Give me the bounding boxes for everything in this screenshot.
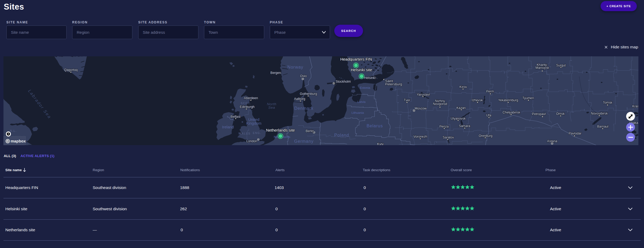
svg-text:Oslo: Oslo bbox=[300, 74, 307, 78]
svg-text:Aalborg: Aalborg bbox=[294, 97, 305, 101]
svg-text:Norway: Norway bbox=[287, 65, 303, 69]
svg-text:Penza: Penza bbox=[439, 125, 449, 128]
svg-text:Petersburg: Petersburg bbox=[385, 82, 402, 86]
svg-text:Latvia: Latvia bbox=[357, 100, 366, 103]
svg-text:Helsinki: Helsinki bbox=[364, 76, 376, 80]
svg-text:Sea: Sea bbox=[268, 106, 275, 110]
svg-text:ENG.: ENG. bbox=[253, 131, 261, 134]
svg-text:Kyiv: Kyiv bbox=[377, 142, 384, 145]
svg-text:Yaroslavl: Yaroslavl bbox=[417, 93, 430, 96]
svg-text:Voronezh: Voronezh bbox=[413, 135, 427, 138]
svg-text:Novosibirsk: Novosibirsk bbox=[591, 112, 608, 115]
svg-text:Netherlands site: Netherlands site bbox=[266, 128, 295, 132]
svg-text:Denmark: Denmark bbox=[294, 106, 313, 111]
svg-text:Helsinki site: Helsinki site bbox=[351, 68, 372, 72]
svg-text:Kazan: Kazan bbox=[456, 106, 466, 110]
svg-text:Belfast: Belfast bbox=[230, 115, 241, 119]
svg-text:Barnaul: Barnaul bbox=[597, 125, 608, 128]
svg-text:Chelyabinsk: Chelyabinsk bbox=[503, 111, 520, 114]
svg-text:Belarus: Belarus bbox=[366, 124, 383, 128]
svg-text:Krasn: Krasn bbox=[632, 104, 638, 108]
svg-text:WALES: WALES bbox=[239, 132, 251, 135]
svg-text:Perm: Perm bbox=[486, 90, 494, 93]
svg-text:Mansiysk: Mansiysk bbox=[536, 66, 549, 70]
svg-text:Estonia: Estonia bbox=[360, 86, 370, 89]
svg-text:Ulyanovsk: Ulyanovsk bbox=[451, 117, 466, 120]
svg-text:Surgut: Surgut bbox=[556, 64, 566, 67]
svg-text:N.L.: N.L. bbox=[10, 129, 17, 132]
svg-text:Aberdeen: Aberdeen bbox=[244, 96, 258, 100]
svg-text:Pavlodar: Pavlodar bbox=[569, 132, 581, 135]
svg-text:Kirov: Kirov bbox=[459, 85, 467, 89]
svg-text:Poland: Poland bbox=[334, 133, 349, 137]
svg-text:Novgorod: Novgorod bbox=[433, 102, 447, 106]
svg-text:Izhevsk: Izhevsk bbox=[472, 98, 483, 102]
svg-text:Samara: Samara bbox=[459, 124, 470, 128]
svg-text:Lithuania: Lithuania bbox=[352, 111, 364, 114]
svg-text:Gothenburg: Gothenburg bbox=[300, 92, 317, 96]
svg-text:Edinburgh: Edinburgh bbox=[240, 105, 255, 109]
svg-text:Saratov: Saratov bbox=[443, 136, 454, 139]
svg-text:Omsk: Omsk bbox=[556, 112, 565, 116]
svg-text:Tver: Tver bbox=[404, 98, 410, 102]
svg-text:London: London bbox=[246, 139, 257, 143]
svg-text:Orenburg: Orenburg bbox=[479, 134, 492, 138]
svg-text:Bergen: Bergen bbox=[270, 71, 281, 75]
svg-text:Germany: Germany bbox=[294, 139, 314, 144]
svg-text:mapbox: mapbox bbox=[11, 139, 26, 143]
svg-text:Qagortoq: Qagortoq bbox=[64, 68, 78, 72]
svg-text:Tomsk: Tomsk bbox=[603, 101, 612, 104]
svg-text:SCOT.: SCOT. bbox=[241, 102, 251, 105]
svg-text:Moscow: Moscow bbox=[415, 107, 427, 110]
svg-text:Petropavl: Petropavl bbox=[532, 112, 546, 116]
svg-text:Ufa: Ufa bbox=[486, 114, 491, 117]
svg-text:Headquarters FIN: Headquarters FIN bbox=[340, 57, 372, 61]
svg-text:Tyumen: Tyumen bbox=[522, 96, 534, 100]
svg-text:Ireland: Ireland bbox=[222, 125, 234, 129]
svg-text:Astana: Astana bbox=[547, 139, 557, 143]
svg-text:Berlin: Berlin bbox=[305, 129, 314, 133]
svg-text:Stockholm: Stockholm bbox=[336, 80, 351, 83]
svg-text:Kingdom: Kingdom bbox=[246, 121, 261, 125]
svg-text:Yekaterinburg: Yekaterinburg bbox=[498, 98, 518, 102]
